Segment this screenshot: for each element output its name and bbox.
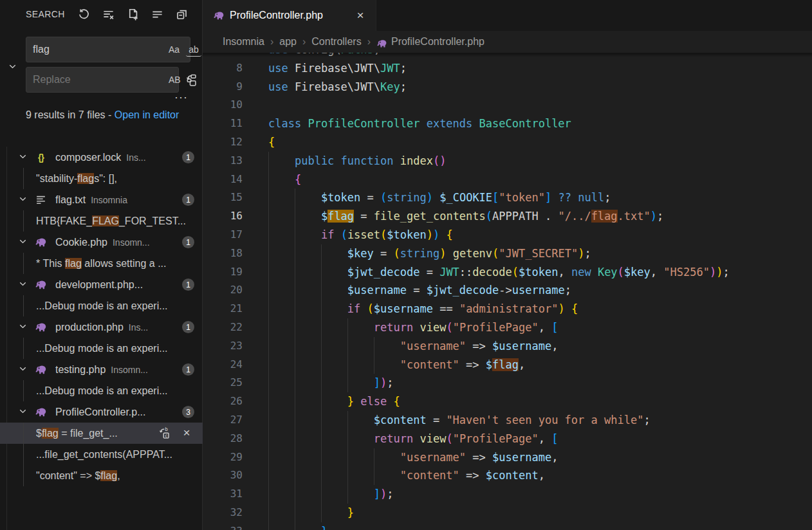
php-file-icon: [35, 321, 47, 333]
view-as-list-icon[interactable]: [149, 6, 165, 22]
code-editor[interactable]: 7use Config\Paths;8use Firebase\JWT\JWT;…: [203, 53, 812, 530]
file-name: testing.phpInsomn...: [55, 364, 148, 376]
search-match-row[interactable]: "content" => $flag,: [0, 465, 203, 486]
indent-guide: [295, 188, 295, 530]
whole-word-icon[interactable]: ab: [186, 43, 201, 57]
search-input[interactable]: [26, 44, 166, 55]
replace-match-icon[interactable]: bc: [156, 426, 171, 440]
line-number: 17: [203, 226, 243, 244]
search-result-file-row[interactable]: ProfileController.p...3: [0, 401, 203, 423]
match-count-badge: 1: [182, 321, 194, 333]
new-search-editor-icon[interactable]: [125, 6, 140, 22]
collapse-all-icon[interactable]: [174, 6, 189, 22]
search-match-row[interactable]: ...file_get_contents(APPPAT...: [0, 444, 203, 465]
clear-search-results-icon[interactable]: [100, 6, 116, 22]
indent-guide: [268, 152, 269, 530]
php-file-icon: [35, 406, 47, 418]
chevron-down-icon[interactable]: [18, 194, 28, 206]
text-file-icon: [35, 194, 47, 206]
file-folder-description: Insomn...: [113, 237, 150, 248]
svg-text:c: c: [165, 432, 168, 438]
search-match-row[interactable]: ...Debug mode is an experi...: [0, 338, 203, 359]
match-case-icon[interactable]: Aa: [166, 43, 182, 56]
search-panel-actions: [76, 6, 189, 22]
search-match-row[interactable]: HTB{FAKE_FLAG_FOR_TEST...: [0, 210, 203, 232]
refresh-icon[interactable]: [76, 6, 91, 22]
line-number: 16: [203, 207, 243, 226]
search-input-box: Aa ab .*: [26, 37, 190, 62]
code-line: 12{: [203, 133, 812, 152]
replace-all-icon[interactable]: [182, 72, 199, 89]
tab-profilecontroller[interactable]: ProfileController.php ×: [203, 0, 376, 31]
chevron-down-icon[interactable]: [18, 152, 28, 164]
line-number: 7: [203, 53, 243, 59]
preserve-case-icon[interactable]: AB: [166, 73, 183, 86]
match-text: HTB{FAKE_FLAG_FOR_TEST...: [36, 215, 186, 227]
search-result-file-row[interactable]: Cookie.phpInsomn...1: [0, 232, 203, 253]
open-in-editor-link[interactable]: Open in editor: [115, 109, 180, 120]
chevron-down-icon[interactable]: [18, 279, 28, 291]
indent-guide: [374, 337, 374, 374]
toggle-replace-chevron-icon[interactable]: [5, 59, 19, 73]
tree-indent-guide: [23, 444, 24, 465]
tree-indent-guide: [23, 295, 24, 316]
chevron-down-icon[interactable]: [18, 407, 28, 419]
chevron-down-icon[interactable]: [18, 364, 28, 376]
breadcrumb-separator-icon: ›: [367, 36, 371, 48]
chevron-down-icon[interactable]: [18, 322, 28, 334]
match-count-badge: 3: [182, 406, 194, 418]
code-line: 13 public function index(): [203, 152, 812, 170]
line-number: 12: [203, 133, 243, 152]
search-result-file-row[interactable]: flag.txtInsomnia1: [0, 189, 203, 210]
match-count-badge: 1: [182, 363, 194, 376]
code-line: 7use Config\Paths;: [203, 53, 812, 59]
line-number: 30: [203, 466, 243, 485]
search-match-row[interactable]: * This flag allows setting a ...: [0, 253, 203, 274]
breadcrumb-item-insomnia[interactable]: Insomnia: [223, 36, 264, 48]
search-match-row[interactable]: $flag = file_get_...bc×: [0, 423, 203, 444]
php-file-icon: [35, 363, 47, 376]
search-result-file-row[interactable]: production.phpIns...1: [0, 316, 203, 338]
editor-group: ProfileController.php × Insomnia›app›Con…: [203, 0, 812, 530]
line-number: 10: [203, 96, 243, 114]
match-text: * This flag allows setting a ...: [36, 258, 166, 270]
replace-input[interactable]: [26, 74, 166, 86]
code-line: 9use Firebase\JWT\Key;: [203, 78, 812, 96]
search-result-file-row[interactable]: testing.phpInsomn...1: [0, 359, 203, 380]
line-number: 26: [203, 392, 243, 411]
line-number: 21: [203, 300, 243, 318]
line-number: 8: [203, 59, 243, 78]
tree-indent-guide: [23, 380, 24, 401]
chevron-down-icon[interactable]: [18, 237, 28, 249]
breadcrumb-item-profilecontroller-php[interactable]: ProfileController.php: [391, 36, 484, 48]
php-file-icon: [213, 10, 225, 21]
tree-indent-guide: [23, 253, 24, 274]
dismiss-match-icon[interactable]: ×: [180, 426, 194, 440]
match-count-badge: 1: [182, 279, 194, 291]
tree-indent-guide: [23, 210, 24, 232]
code-line: 14 {: [203, 170, 812, 189]
file-folder-description: Ins...: [129, 322, 148, 333]
breadcrumb-item-app[interactable]: app: [279, 36, 297, 48]
file-name: flag.txtInsomnia: [55, 194, 127, 206]
search-panel-header: SEARCH: [0, 0, 202, 30]
file-name: Cookie.phpInsomn...: [55, 237, 150, 248]
line-number: 25: [203, 374, 243, 392]
search-match-row[interactable]: ...Debug mode is an experi...: [0, 295, 203, 316]
tree-indent-guide: [23, 465, 24, 486]
search-results-tree: {}composer.lockIns...1"stability-flags":…: [0, 147, 203, 530]
search-match-row[interactable]: "stability-flags": [],: [0, 168, 203, 189]
search-result-file-row[interactable]: development.php...1: [0, 274, 203, 295]
indent-guide: [347, 411, 348, 504]
code-line: 11class ProfileController extends BaseCo…: [203, 114, 812, 133]
search-result-file-row[interactable]: {}composer.lockIns...1: [0, 147, 203, 168]
toggle-search-details-icon[interactable]: ···: [174, 91, 188, 103]
match-text: ...Debug mode is an experi...: [36, 343, 168, 354]
tab-close-icon[interactable]: ×: [353, 8, 368, 23]
line-number: 18: [203, 244, 243, 263]
line-number: 13: [203, 152, 243, 170]
match-text: ...file_get_contents(APPPAT...: [36, 449, 172, 461]
match-count-badge: 1: [182, 236, 194, 248]
breadcrumb-item-controllers[interactable]: Controllers: [311, 36, 361, 48]
search-match-row[interactable]: ...Debug mode is an experi...: [0, 380, 203, 401]
